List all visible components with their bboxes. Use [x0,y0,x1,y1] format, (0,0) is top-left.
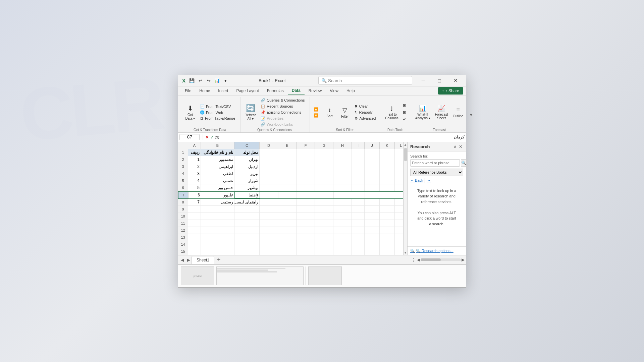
cell-f9[interactable] [297,206,315,213]
forecast-sheet-button[interactable]: 📈 Forecast Sheet [433,104,450,121]
cell-i13[interactable] [352,234,365,241]
cell-f11[interactable] [297,220,315,227]
cell-a8[interactable]: 7 [188,199,201,205]
cell-h11[interactable] [333,220,352,227]
cell-c7[interactable]: راهنما ▼ راهنما راهنمای لیست [235,192,260,198]
cell-j11[interactable] [365,220,380,227]
cell-i3[interactable] [352,163,365,170]
cell-e7[interactable] [278,192,297,198]
add-sheet-button[interactable]: + [214,256,223,263]
col-header-e[interactable]: E [278,142,297,149]
cell-a7[interactable]: 6 [189,192,201,198]
cell-l6[interactable] [395,184,403,191]
cell-d12[interactable] [260,227,278,234]
cell-l12[interactable] [395,227,403,234]
filter-button[interactable]: ▽ Filter [337,106,352,119]
cell-a11[interactable] [188,220,201,227]
cell-e4[interactable] [278,170,297,177]
cell-g7[interactable] [315,192,334,198]
cell-b12[interactable] [201,227,234,234]
cell-h10[interactable] [333,213,352,220]
cell-l9[interactable] [395,206,403,213]
cell-k8[interactable] [380,199,395,205]
cell-b8[interactable]: رستمی [201,199,234,205]
research-collapse-button[interactable]: ∧ [453,144,458,149]
cell-f8[interactable] [297,199,315,205]
what-if-button[interactable]: 📊 What-If Analysis ▾ [413,104,432,121]
data-validation-button[interactable]: ✔ [401,117,408,122]
cell-j14[interactable] [365,241,380,248]
cell-k6[interactable] [380,184,395,191]
cell-l13[interactable] [395,234,403,241]
vertical-scrollbar[interactable]: ▲ ▼ [403,142,407,255]
col-header-d[interactable]: D [260,142,278,149]
cell-h2[interactable] [333,156,352,163]
text-to-columns-button[interactable]: ⫿ Text to Columns [383,104,400,121]
cell-f14[interactable] [297,241,315,248]
col-header-k[interactable]: K [380,142,395,149]
cell-h13[interactable] [333,234,352,241]
cell-h8[interactable] [333,199,352,205]
cell-h7[interactable] [334,192,352,198]
cell-b4[interactable]: لطفی [201,170,234,177]
cell-j1[interactable] [365,149,380,156]
cell-e14[interactable] [278,241,297,248]
cell-a5[interactable]: 4 [188,177,201,184]
cell-g3[interactable] [315,163,333,170]
cell-d10[interactable] [260,213,278,220]
cell-h14[interactable] [333,241,352,248]
cell-g6[interactable] [315,184,333,191]
remove-duplicates-button[interactable]: ⊟ [401,110,408,115]
cell-i7[interactable] [352,192,365,198]
cell-f13[interactable] [297,234,315,241]
cell-d8[interactable] [260,199,278,205]
research-reference-dropdown[interactable]: All Reference Books [410,169,463,176]
cell-a14[interactable] [188,241,201,248]
sort-button[interactable]: ↕ Sort [322,106,337,119]
col-header-h[interactable]: H [333,142,352,149]
cell-g4[interactable] [315,170,333,177]
cell-k4[interactable] [380,170,395,177]
cell-k9[interactable] [380,206,395,213]
cell-d15[interactable] [260,248,278,255]
from-text-csv-button[interactable]: 📄 From Text/CSV [198,104,237,109]
existing-connections-button[interactable]: 📌 Existing Connections [259,110,306,115]
cell-j3[interactable] [365,163,380,170]
cell-h5[interactable] [333,177,352,184]
cell-i14[interactable] [352,241,365,248]
cell-f6[interactable] [297,184,315,191]
cell-l1[interactable] [395,149,403,156]
cell-e3[interactable] [278,163,297,170]
sheet-nav-prev[interactable]: ◀ [179,257,185,262]
tab-formulas[interactable]: Formulas [263,87,288,95]
cell-d13[interactable] [260,234,278,241]
col-header-g[interactable]: G [315,142,333,149]
share-button[interactable]: ↑ ↑ Share [438,87,463,95]
cell-j13[interactable] [365,234,380,241]
hscroll-track[interactable] [421,258,461,261]
cell-i2[interactable] [352,156,365,163]
recent-sources-button[interactable]: 📋 Recent Sources [259,104,306,109]
cell-e13[interactable] [278,234,297,241]
cell-g9[interactable] [315,206,333,213]
cell-g12[interactable] [315,227,333,234]
cell-g10[interactable] [315,213,333,220]
sheet-options-icon[interactable]: ⋮ [411,257,416,262]
cell-d6[interactable] [260,184,278,191]
tab-page-layout[interactable]: Page Layout [232,87,263,95]
cell-l3[interactable] [395,163,403,170]
advanced-button[interactable]: ⚙ Advanced [353,116,377,121]
fx-icon[interactable]: fx [215,135,219,140]
cell-j10[interactable] [365,213,380,220]
research-search-input[interactable] [410,159,460,167]
cell-f15[interactable] [297,248,315,255]
cell-h4[interactable] [333,170,352,177]
search-input[interactable] [328,78,409,83]
cell-c11[interactable] [234,220,260,227]
hscroll-left-icon[interactable]: ◀ [417,257,420,262]
cell-h15[interactable] [333,248,352,255]
undo-button[interactable]: ↩ [197,77,204,84]
cell-d1[interactable] [260,149,278,156]
cell-b2[interactable]: محمدپور [201,156,234,163]
cell-a13[interactable] [188,234,201,241]
